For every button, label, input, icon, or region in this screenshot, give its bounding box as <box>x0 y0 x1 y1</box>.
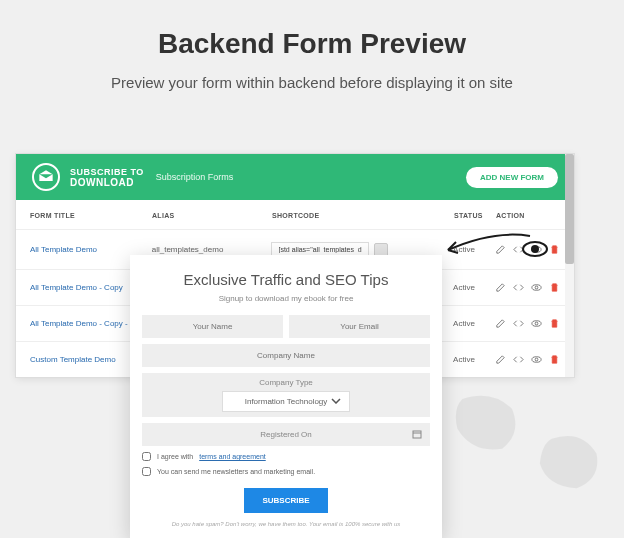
svg-point-7 <box>535 358 538 361</box>
app-brand: SUBSCRIBE TO DOWNLOAD <box>70 167 144 188</box>
th-form-title: FORM TITLE <box>30 212 152 219</box>
edit-icon[interactable] <box>495 282 506 293</box>
status-text: Active <box>453 319 495 328</box>
svg-rect-10 <box>413 431 421 438</box>
delete-icon[interactable] <box>549 318 560 329</box>
subscribe-button[interactable]: SUBSCRIBE <box>244 488 327 513</box>
app-header: SUBSCRIBE TO DOWNLOAD Subscription Forms… <box>16 154 574 200</box>
edit-icon[interactable] <box>495 354 506 365</box>
modal-footer-text: Do you hate spam? Don't worry, we have t… <box>142 521 430 527</box>
modal-subtitle: Signup to download my ebook for free <box>142 294 430 303</box>
th-action: ACTION <box>496 212 560 219</box>
section-label: Subscription Forms <box>156 172 234 182</box>
edit-icon[interactable] <box>495 318 506 329</box>
preview-eye-highlight-icon <box>522 240 548 258</box>
code-icon[interactable] <box>513 354 524 365</box>
terms-link[interactable]: terms and agreement <box>199 453 266 460</box>
th-alias: ALIAS <box>152 212 272 219</box>
alias-text: all_templates_demo <box>152 245 272 254</box>
company-name-input[interactable] <box>142 344 430 367</box>
company-type-field[interactable]: Company Type Information Technology <box>142 373 430 417</box>
add-new-form-button[interactable]: ADD NEW FORM <box>466 167 558 188</box>
svg-point-6 <box>532 357 541 363</box>
modal-title: Exclusive Traffic and SEO Tips <box>142 271 430 288</box>
app-logo-icon <box>32 163 60 191</box>
preview-eye-icon[interactable] <box>531 282 542 293</box>
page-subtitle: Preview your form within backend before … <box>0 60 624 113</box>
edit-icon[interactable] <box>495 244 506 255</box>
th-status: STATUS <box>454 212 496 219</box>
svg-point-5 <box>535 322 538 325</box>
code-icon[interactable] <box>513 282 524 293</box>
svg-point-4 <box>532 321 541 327</box>
agree-checkbox-row[interactable]: I agree with terms and agreement <box>142 452 430 461</box>
chevron-down-icon <box>331 397 341 406</box>
preview-eye-icon[interactable] <box>531 354 542 365</box>
delete-icon[interactable] <box>549 282 560 293</box>
delete-icon[interactable] <box>549 244 560 255</box>
registered-on-input[interactable]: Registered On <box>142 423 430 446</box>
table-header: FORM TITLE ALIAS SHORTCODE STATUS ACTION <box>16 200 574 229</box>
svg-point-3 <box>535 286 538 289</box>
agree-checkbox[interactable] <box>142 452 151 461</box>
preview-eye-icon[interactable] <box>531 318 542 329</box>
company-type-select[interactable]: Information Technology <box>222 391 350 412</box>
svg-point-2 <box>532 285 541 291</box>
th-shortcode: SHORTCODE <box>272 212 454 219</box>
code-icon[interactable] <box>513 318 524 329</box>
page-title: Backend Form Preview <box>0 0 624 60</box>
name-input[interactable] <box>142 315 283 338</box>
form-title-link[interactable]: All Template Demo <box>30 245 152 254</box>
status-text: Active <box>453 283 495 292</box>
svg-point-9 <box>531 245 539 253</box>
email-input[interactable] <box>289 315 430 338</box>
form-preview-modal: Exclusive Traffic and SEO Tips Signup to… <box>130 255 442 538</box>
scrollbar[interactable] <box>565 154 574 377</box>
newsletter-checkbox[interactable] <box>142 467 151 476</box>
delete-icon[interactable] <box>549 354 560 365</box>
status-text: Active <box>453 355 495 364</box>
status-text: Active <box>453 245 495 254</box>
calendar-icon <box>412 429 422 441</box>
newsletter-checkbox-row[interactable]: You can send me newsletters and marketin… <box>142 467 430 476</box>
